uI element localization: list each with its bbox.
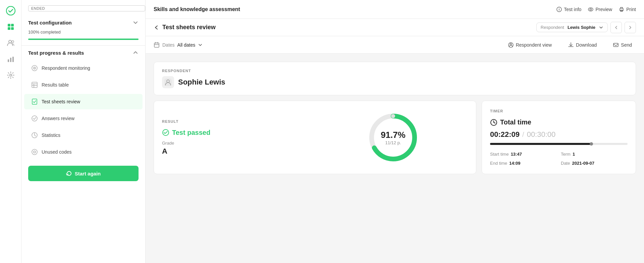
info-icon <box>556 7 562 12</box>
grid-icon[interactable] <box>4 20 17 34</box>
sidebar-item-statistics[interactable]: Statistics <box>24 127 143 143</box>
term-label: Term <box>561 152 571 157</box>
page-title: Skills and knowledge assessment <box>154 6 240 12</box>
date-label: Date <box>561 161 570 166</box>
timer-card: TIMER Total time 00:22:09 / 00:30:00 <box>482 101 636 174</box>
svg-rect-4 <box>11 27 14 30</box>
top-bar-actions: Test info Preview Print <box>556 7 636 12</box>
download-label: Download <box>576 42 597 48</box>
svg-point-10 <box>10 74 12 76</box>
respondent-card: RESPONDENT Sophie Lewis <box>154 62 636 95</box>
test-status: Test passed <box>162 129 312 137</box>
sub-bar-title[interactable]: Test sheets review <box>154 24 216 31</box>
respondent-view-button[interactable]: Respondent view <box>504 40 556 50</box>
svg-point-21 <box>32 149 37 155</box>
prev-respondent-button[interactable] <box>610 22 622 33</box>
svg-rect-7 <box>8 59 9 62</box>
svg-point-35 <box>510 43 512 45</box>
svg-rect-9 <box>12 57 14 62</box>
respondent-selector[interactable]: Respondent Lewis Sophie <box>536 22 608 32</box>
svg-rect-18 <box>32 99 37 104</box>
svg-point-25 <box>559 8 559 9</box>
chevron-right-icon <box>628 25 633 30</box>
chart-icon[interactable] <box>4 52 17 66</box>
refresh-icon <box>66 170 72 176</box>
config-section-header[interactable]: Test configuration <box>21 15 145 30</box>
sidebar-item-test-sheets-review[interactable]: Test sheets review <box>24 94 143 109</box>
sidebar-item-answers-review[interactable]: Answers review <box>24 111 143 126</box>
dates-filter[interactable]: Dates All dates <box>154 42 203 48</box>
preview-action[interactable]: Preview <box>588 7 612 12</box>
respondent-view-label: Respondent view <box>516 42 552 48</box>
respondent-selector-value: Lewis Sophie <box>568 25 595 30</box>
date-item: Date 2021-09-07 <box>561 161 628 166</box>
chevron-up-icon <box>132 50 139 56</box>
svg-rect-2 <box>11 24 14 27</box>
icon-bar <box>0 0 21 263</box>
svg-rect-8 <box>10 58 11 62</box>
donut-chart: 91.7% 11/12 p. <box>366 111 420 164</box>
svg-point-27 <box>590 8 592 10</box>
logo-icon[interactable] <box>4 4 17 17</box>
sub-bar: Test sheets review Respondent Lewis Soph… <box>146 19 644 36</box>
timer-progress-bar <box>490 143 628 145</box>
chevron-down-icon <box>599 25 603 30</box>
next-respondent-button[interactable] <box>625 22 636 33</box>
sidebar-item-respondent-monitoring[interactable]: Respondent monitoring <box>24 60 143 76</box>
donut-score: 11/12 p. <box>381 140 406 145</box>
term-item: Term 1 <box>561 152 628 157</box>
progress-text: 100% completed <box>21 30 145 37</box>
action-bar: Dates All dates Respondent view D <box>146 36 644 54</box>
action-buttons: Respondent view Download Send <box>504 40 636 50</box>
result-section-label: RESULT <box>162 119 312 123</box>
results-table-icon <box>31 81 38 89</box>
eye-icon <box>588 7 593 12</box>
sidebar-item-label: Respondent monitoring <box>42 65 90 71</box>
timer-separator: / <box>522 131 524 139</box>
results-section-header[interactable]: Test progress & results <box>21 46 145 60</box>
sidebar-item-unused-codes[interactable]: Unused codes <box>24 144 143 160</box>
end-time-value: 14:09 <box>509 161 520 166</box>
chevron-left-icon <box>614 25 619 30</box>
back-arrow-icon[interactable] <box>154 24 160 31</box>
svg-point-5 <box>9 40 11 43</box>
term-value: 1 <box>573 152 575 157</box>
svg-rect-30 <box>154 43 159 47</box>
settings-icon[interactable] <box>4 68 17 82</box>
printer-icon <box>619 7 624 12</box>
start-time-item: Start time 13:47 <box>490 152 557 157</box>
dates-label: Dates <box>162 42 175 48</box>
send-button[interactable]: Send <box>609 40 636 50</box>
respondent-selector-label: Respondent <box>541 25 564 30</box>
calendar-icon <box>154 42 160 48</box>
svg-point-13 <box>34 68 35 68</box>
start-again-button[interactable]: Start again <box>28 166 139 181</box>
user-circle-icon <box>508 42 514 48</box>
sidebar-item-label: Statistics <box>42 133 60 138</box>
svg-point-22 <box>34 151 36 153</box>
chevron-down-icon <box>132 19 139 25</box>
svg-point-42 <box>391 114 395 118</box>
start-time-value: 13:47 <box>511 152 522 157</box>
svg-point-26 <box>588 8 593 11</box>
test-info-action[interactable]: Test info <box>556 7 581 12</box>
users-icon[interactable] <box>4 36 17 50</box>
sidebar-item-results-table[interactable]: Results table <box>24 77 143 93</box>
print-action[interactable]: Print <box>619 7 636 12</box>
download-button[interactable]: Download <box>564 40 601 50</box>
svg-rect-36 <box>613 43 618 47</box>
respondent-monitoring-icon <box>31 64 38 72</box>
user-avatar-icon <box>164 78 172 86</box>
main-content: Skills and knowledge assessment Test inf… <box>146 0 644 263</box>
print-label: Print <box>626 7 636 12</box>
grade-label: Grade <box>162 141 312 146</box>
date-value: 2021-09-07 <box>572 161 594 166</box>
respondent-section-label: RESPONDENT <box>162 69 628 73</box>
timer-title-row: Total time <box>490 118 628 126</box>
timer-progress-fill <box>490 143 592 145</box>
config-title: Test configuration <box>28 20 72 25</box>
timer-total: 00:30:00 <box>527 130 556 139</box>
sidebar-item-label: Test sheets review <box>42 99 80 104</box>
timer-section-label: TIMER <box>490 109 628 113</box>
grade-value: A <box>162 147 312 156</box>
